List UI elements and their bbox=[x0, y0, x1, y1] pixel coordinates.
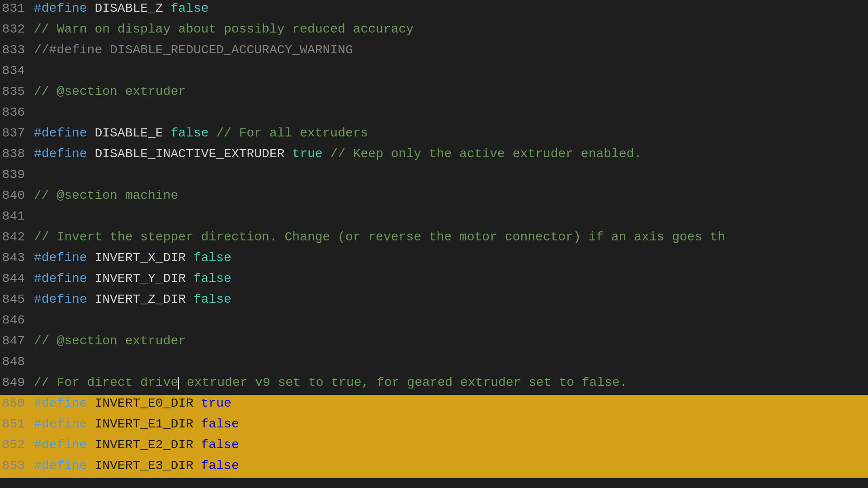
line-number: 832 bbox=[0, 21, 34, 38]
line-content: // Invert the stepper direction. Change … bbox=[34, 229, 868, 246]
code-line[interactable]: 840// @section machine bbox=[0, 187, 868, 208]
line-content: #define DISABLE_E false // For all extru… bbox=[34, 125, 868, 142]
comment-token: // Keep only the active extruder enabled… bbox=[330, 147, 642, 161]
keyword-token: #define bbox=[34, 126, 87, 140]
line-content: // Warn on display about possibly reduce… bbox=[34, 21, 868, 38]
line-number: 851 bbox=[0, 416, 34, 433]
code-line[interactable]: 833//#define DISABLE_REDUCED_ACCURACY_WA… bbox=[0, 42, 868, 62]
code-line[interactable]: 834 bbox=[0, 62, 868, 83]
keyword-token: #define bbox=[34, 1, 87, 15]
define-name-token: INVERT_Z_DIR bbox=[94, 292, 186, 306]
line-number: 833 bbox=[0, 42, 34, 59]
define-name-token: DISABLE_E bbox=[94, 126, 163, 140]
keyword-token: #define bbox=[34, 459, 87, 473]
line-content: #define INVERT_X_DIR false bbox=[34, 249, 868, 267]
code-line[interactable]: 846 bbox=[0, 312, 868, 333]
keyword-token: #define bbox=[34, 251, 87, 265]
define-name-token: DISABLE_INACTIVE_EXTRUDER bbox=[94, 147, 284, 161]
define-name-token: INVERT_E2_DIR bbox=[94, 438, 193, 452]
value-true-token: true bbox=[201, 396, 231, 410]
code-line[interactable]: 831#define DISABLE_Z false bbox=[0, 0, 868, 21]
code-line[interactable]: 838#define DISABLE_INACTIVE_EXTRUDER tru… bbox=[0, 145, 868, 166]
line-content: // @section extruder bbox=[34, 83, 868, 100]
line-number: 836 bbox=[0, 104, 34, 121]
line-number: 848 bbox=[0, 353, 34, 371]
value-false-token: false bbox=[170, 1, 208, 15]
comment-token: // For direct drive extruder v9 set to t… bbox=[34, 375, 627, 389]
line-number: 846 bbox=[0, 312, 34, 329]
line-content: #define INVERT_E2_DIR false bbox=[34, 436, 868, 454]
code-line[interactable]: 847// @section extruder bbox=[0, 333, 868, 353]
line-content: #define INVERT_Z_DIR false bbox=[34, 291, 868, 308]
value-false-token: false bbox=[193, 272, 231, 286]
keyword-token: #define bbox=[34, 396, 87, 410]
value-true-token: true bbox=[292, 147, 322, 161]
line-content: #define INVERT_E3_DIR false bbox=[34, 457, 868, 474]
line-number: 844 bbox=[0, 270, 34, 287]
code-line[interactable]: 839 bbox=[0, 166, 868, 187]
value-false-token: false bbox=[193, 251, 231, 265]
code-line[interactable]: 844#define INVERT_Y_DIR false bbox=[0, 270, 868, 291]
text-cursor bbox=[178, 377, 179, 389]
line-content: // For direct drive extruder v9 set to t… bbox=[34, 374, 868, 391]
line-content: #define INVERT_E1_DIR false bbox=[34, 416, 868, 433]
comment-token: // Invert the stepper direction. Change … bbox=[34, 230, 725, 244]
line-number: 839 bbox=[0, 166, 34, 183]
code-line[interactable]: 845#define INVERT_Z_DIR false bbox=[0, 291, 868, 312]
line-number: 837 bbox=[0, 125, 34, 142]
code-line[interactable]: 841 bbox=[0, 208, 868, 229]
line-content: // @section machine bbox=[34, 187, 868, 204]
code-line[interactable]: 836 bbox=[0, 104, 868, 125]
code-line[interactable]: 835// @section extruder bbox=[0, 83, 868, 104]
code-line[interactable]: 853#define INVERT_E3_DIR false bbox=[0, 457, 868, 478]
code-line[interactable]: 852#define INVERT_E2_DIR false bbox=[0, 436, 868, 457]
define-name-token: INVERT_X_DIR bbox=[94, 251, 186, 265]
line-content: #define DISABLE_Z false bbox=[34, 0, 868, 17]
define-name-token: INVERT_E0_DIR bbox=[94, 396, 193, 410]
comment-token: // @section extruder bbox=[34, 334, 186, 348]
line-number: 845 bbox=[0, 291, 34, 308]
keyword-token: #define bbox=[34, 438, 87, 452]
code-editor[interactable]: 831#define DISABLE_Z false832// Warn on … bbox=[0, 0, 868, 488]
line-content: #define INVERT_E0_DIR true bbox=[34, 395, 868, 412]
line-number: 835 bbox=[0, 83, 34, 100]
comment-token: // For all extruders bbox=[216, 126, 368, 140]
line-number: 831 bbox=[0, 0, 34, 17]
line-number: 838 bbox=[0, 145, 34, 163]
comment-token: // @section extruder bbox=[34, 84, 186, 99]
line-number: 852 bbox=[0, 436, 34, 454]
line-number: 847 bbox=[0, 333, 34, 350]
line-number: 834 bbox=[0, 62, 34, 80]
line-number: 843 bbox=[0, 249, 34, 267]
keyword-token: #define bbox=[34, 292, 87, 306]
value-false-token: false bbox=[193, 292, 231, 306]
line-number: 841 bbox=[0, 208, 34, 225]
value-false-token: false bbox=[170, 126, 208, 140]
code-line[interactable]: 851#define INVERT_E1_DIR false bbox=[0, 416, 868, 436]
keyword-token: #define bbox=[34, 272, 87, 286]
comment-token: // @section machine bbox=[34, 188, 178, 202]
keyword-token: #define bbox=[34, 147, 87, 161]
code-line[interactable]: 850#define INVERT_E0_DIR true bbox=[0, 395, 868, 416]
line-number: 840 bbox=[0, 187, 34, 204]
define-name-token: DISABLE_Z bbox=[94, 1, 163, 15]
comment-gray-token: //#define DISABLE_REDUCED_ACCURACY_WARNI… bbox=[34, 43, 353, 57]
line-content: #define INVERT_Y_DIR false bbox=[34, 270, 868, 287]
code-line[interactable]: 848 bbox=[0, 353, 868, 374]
line-number: 853 bbox=[0, 457, 34, 474]
value-false-token: false bbox=[201, 438, 239, 452]
code-line[interactable]: 837#define DISABLE_E false // For all ex… bbox=[0, 125, 868, 145]
code-line[interactable]: 832// Warn on display about possibly red… bbox=[0, 21, 868, 42]
line-content: #define DISABLE_INACTIVE_EXTRUDER true /… bbox=[34, 145, 868, 163]
line-content: // @section extruder bbox=[34, 333, 868, 350]
code-line[interactable]: 843#define INVERT_X_DIR false bbox=[0, 249, 868, 270]
comment-token: // Warn on display about possibly reduce… bbox=[34, 22, 414, 36]
value-false-token: false bbox=[201, 459, 239, 473]
line-number: 842 bbox=[0, 229, 34, 246]
code-line[interactable]: 842// Invert the stepper direction. Chan… bbox=[0, 229, 868, 249]
line-content: //#define DISABLE_REDUCED_ACCURACY_WARNI… bbox=[34, 42, 868, 59]
define-name-token: INVERT_E3_DIR bbox=[94, 459, 193, 473]
line-number: 850 bbox=[0, 395, 34, 412]
code-line[interactable]: 849// For direct drive extruder v9 set t… bbox=[0, 374, 868, 395]
define-name-token: INVERT_Y_DIR bbox=[94, 272, 186, 286]
